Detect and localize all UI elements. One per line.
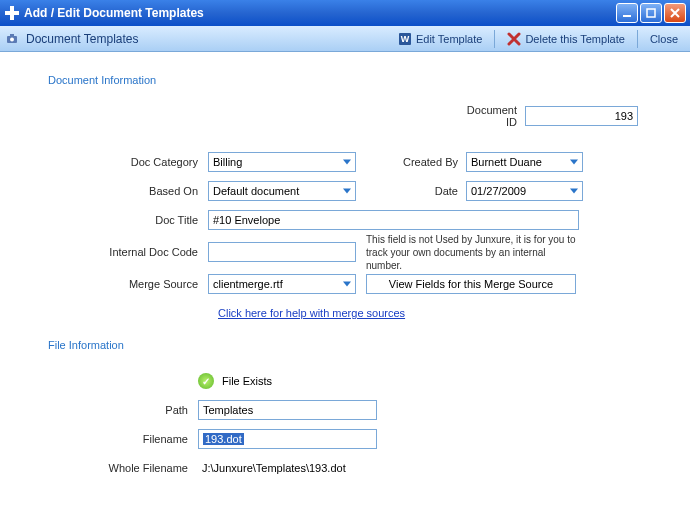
check-icon: ✓ bbox=[198, 373, 214, 389]
view-fields-label: View Fields for this Merge Source bbox=[389, 278, 553, 290]
camera-icon bbox=[6, 32, 20, 46]
path-value: Templates bbox=[203, 404, 253, 416]
close-button[interactable] bbox=[664, 3, 686, 23]
content-area: Document Information Document ID 193 Doc… bbox=[0, 52, 690, 490]
doc-category-value: Billing bbox=[213, 156, 242, 168]
label-date: Date bbox=[396, 185, 466, 197]
window-controls bbox=[616, 3, 686, 23]
label-created-by: Created By bbox=[396, 156, 466, 168]
merge-source-dropdown[interactable]: clientmerge.rtf bbox=[208, 274, 356, 294]
label-merge-source: Merge Source bbox=[40, 278, 208, 290]
document-id-value: 193 bbox=[615, 110, 633, 122]
date-value: 01/27/2009 bbox=[471, 185, 526, 197]
based-on-value: Default document bbox=[213, 185, 299, 197]
svg-text:W: W bbox=[401, 34, 410, 44]
close-toolbar-label: Close bbox=[650, 33, 678, 45]
whole-filename-value: J:\Junxure\Templates\193.dot bbox=[202, 462, 346, 474]
close-toolbar-button[interactable]: Close bbox=[644, 31, 684, 47]
svg-rect-1 bbox=[647, 9, 655, 17]
path-field[interactable]: Templates bbox=[198, 400, 377, 420]
view-fields-button[interactable]: View Fields for this Merge Source bbox=[366, 274, 576, 294]
label-document-id: Document ID bbox=[455, 104, 525, 128]
based-on-dropdown[interactable]: Default document bbox=[208, 181, 356, 201]
filename-value: 193.dot bbox=[203, 433, 244, 445]
separator bbox=[637, 30, 638, 48]
filename-field[interactable]: 193.dot bbox=[198, 429, 377, 449]
toolbar: Document Templates W Edit Template Delet… bbox=[0, 26, 690, 52]
label-doc-title: Doc Title bbox=[40, 214, 208, 226]
label-filename: Filename bbox=[40, 433, 198, 445]
document-id-field[interactable]: 193 bbox=[525, 106, 638, 126]
merge-source-value: clientmerge.rtf bbox=[213, 278, 283, 290]
label-path: Path bbox=[40, 404, 198, 416]
created-by-dropdown[interactable]: Burnett Duane bbox=[466, 152, 583, 172]
created-by-value: Burnett Duane bbox=[471, 156, 542, 168]
doc-title-field[interactable]: #10 Envelope bbox=[208, 210, 579, 230]
doc-title-value: #10 Envelope bbox=[213, 214, 280, 226]
edit-template-label: Edit Template bbox=[416, 33, 482, 45]
internal-doc-code-field[interactable] bbox=[208, 242, 356, 262]
toolbar-title: Document Templates bbox=[26, 32, 139, 46]
maximize-button[interactable] bbox=[640, 3, 662, 23]
window-titlebar: Add / Edit Document Templates bbox=[0, 0, 690, 26]
file-exists-text: File Exists bbox=[222, 375, 272, 387]
delete-template-label: Delete this Template bbox=[525, 33, 624, 45]
separator bbox=[494, 30, 495, 48]
edit-template-button[interactable]: W Edit Template bbox=[392, 30, 488, 48]
label-internal-doc-code: Internal Doc Code bbox=[40, 246, 208, 258]
date-dropdown[interactable]: 01/27/2009 bbox=[466, 181, 583, 201]
minimize-button[interactable] bbox=[616, 3, 638, 23]
section-file-information: File Information bbox=[48, 339, 650, 351]
delete-icon bbox=[507, 32, 521, 46]
internal-doc-code-hint: This field is not Used by Junxure, it is… bbox=[366, 233, 576, 272]
section-document-information: Document Information bbox=[48, 74, 650, 86]
doc-category-dropdown[interactable]: Billing bbox=[208, 152, 356, 172]
label-doc-category: Doc Category bbox=[40, 156, 208, 168]
label-whole-filename: Whole Filename bbox=[40, 462, 198, 474]
window-title: Add / Edit Document Templates bbox=[24, 6, 616, 20]
file-info-form: ✓ File Exists Path Templates Filename 19… bbox=[40, 369, 650, 480]
document-info-form: Document ID 193 Doc Category Billing Cre… bbox=[40, 104, 650, 339]
label-based-on: Based On bbox=[40, 185, 208, 197]
svg-point-3 bbox=[10, 37, 14, 41]
merge-help-link[interactable]: Click here for help with merge sources bbox=[218, 307, 405, 319]
svg-rect-4 bbox=[10, 34, 14, 36]
app-icon bbox=[4, 5, 20, 21]
delete-template-button[interactable]: Delete this Template bbox=[501, 30, 630, 48]
svg-rect-0 bbox=[623, 15, 631, 17]
word-icon: W bbox=[398, 32, 412, 46]
